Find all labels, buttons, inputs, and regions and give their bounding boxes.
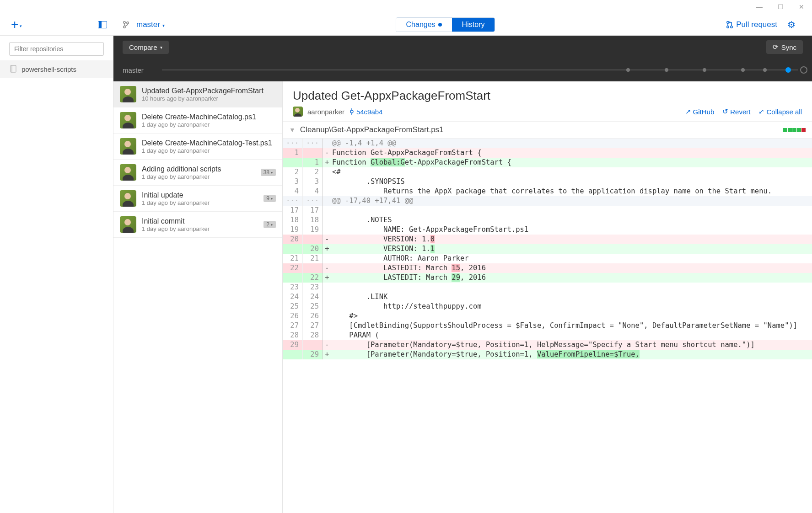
chevron-down-icon: ▼ (289, 126, 296, 134)
avatar (120, 86, 136, 102)
commit-title: Delete Create-MachineCatalog.ps1 (142, 113, 276, 121)
collapse-all-button[interactable]: ⤢Collapse all (758, 107, 802, 116)
commit-sha-link[interactable]: 54c9ab4 (349, 108, 383, 116)
commit-item[interactable]: Updated Get-AppxPackageFromStart10 hours… (113, 81, 282, 107)
diff-view[interactable]: ······@@ -1,4 +1,4 @@1-Function Get-Appx… (283, 139, 812, 513)
svg-point-8 (350, 110, 353, 113)
file-header[interactable]: ▼ Cleanup\Get-AppxPackageFromStart.ps1 (283, 121, 812, 139)
avatar (120, 164, 136, 181)
tab-changes[interactable]: Changes (396, 18, 452, 32)
avatar (293, 107, 303, 117)
diff-line: 1-Function Get-AppxPackageFromStart { (283, 148, 812, 158)
gear-icon[interactable]: ⚙ (787, 19, 796, 30)
diff-line: 33 .SYNOPSIS (283, 177, 812, 187)
tab-history[interactable]: History (452, 18, 495, 32)
svg-point-3 (727, 21, 729, 23)
commit-detail-title: Updated Get-AppxPackageFromStart (293, 89, 802, 103)
diff-line: 1818 .NOTES (283, 215, 812, 225)
commit-detail: Updated Get-AppxPackageFromStart aaronpa… (283, 81, 812, 513)
compare-bar: Compare▾ ⟳Sync (113, 36, 812, 59)
timeline-head-ring[interactable] (800, 66, 807, 74)
avatar (120, 138, 136, 155)
diff-line: 44 Returns the AppX package that correla… (283, 187, 812, 196)
window-maximize-button[interactable]: ☐ (770, 0, 791, 14)
window-close-button[interactable]: ✕ (791, 0, 812, 14)
diff-line: 2121 AUTHOR: Aaron Parker (283, 254, 812, 263)
timeline-commit-dot[interactable] (703, 68, 706, 72)
diff-line: 29+ [Parameter(Mandatory=$true, Position… (283, 350, 812, 359)
timeline-commit-dot-active[interactable] (785, 67, 791, 73)
pull-request-button[interactable]: Pull request (726, 20, 777, 29)
caret-down-icon: ▾ (20, 24, 22, 28)
filter-repos-input[interactable] (9, 42, 104, 56)
file-path: Cleanup\Get-AppxPackageFromStart.ps1 (300, 125, 444, 134)
layout-toggle-button[interactable] (98, 21, 107, 28)
diff-line: 2424 .LINK (283, 292, 812, 302)
timeline: master (113, 59, 812, 81)
file-count-badge: 38▸ (261, 169, 276, 176)
collapse-icon: ⤢ (758, 107, 764, 116)
svg-point-5 (731, 26, 732, 27)
repo-list: powershell-scripts (0, 60, 113, 513)
open-github-link[interactable]: ↗GitHub (685, 107, 715, 116)
revert-icon: ↺ (722, 107, 728, 116)
caret-down-icon: ▾ (161, 23, 165, 28)
diff-line: 1+Function Global:Get-AppxPackageFromSta… (283, 158, 812, 167)
revert-button[interactable]: ↺Revert (722, 107, 750, 116)
add-repo-button[interactable]: +▾ (11, 17, 22, 32)
commit-meta: 1 day ago by aaronparker (142, 147, 276, 154)
avatar (120, 216, 136, 233)
diff-line: 29- [Parameter(Mandatory=$true, Position… (283, 340, 812, 350)
pull-request-icon (726, 21, 733, 29)
commit-meta: 1 day ago by aaronparker (142, 173, 255, 180)
caret-down-icon: ▾ (160, 45, 162, 50)
commit-item[interactable]: Adding additional scripts1 day ago by aa… (113, 160, 282, 186)
compare-button[interactable]: Compare▾ (123, 41, 169, 54)
diff-line: 20- VERSION: 1.0 (283, 235, 812, 244)
commit-title: Updated Get-AppxPackageFromStart (142, 87, 276, 95)
commit-item[interactable]: Delete Create-MachineCatalog-Test.ps11 d… (113, 134, 282, 160)
avatar (120, 112, 136, 128)
diff-line: ······@@ -1,4 +1,4 @@ (283, 139, 812, 148)
timeline-branch-label: master (123, 66, 144, 74)
sync-button[interactable]: ⟳Sync (766, 40, 803, 54)
commit-title: Initial commit (142, 217, 258, 225)
timeline-commit-dot[interactable] (626, 68, 630, 72)
commit-item[interactable]: Delete Create-MachineCatalog.ps11 day ag… (113, 107, 282, 134)
sync-icon: ⟳ (773, 43, 779, 51)
diff-line: 2727 [CmdletBinding(SupportsShouldProces… (283, 321, 812, 331)
file-count-badge: 9▸ (263, 195, 276, 202)
svg-point-1 (127, 21, 129, 23)
file-count-badge: 2▸ (263, 221, 276, 228)
repo-icon (10, 65, 17, 73)
commit-list: Updated Get-AppxPackageFromStart10 hours… (113, 81, 283, 513)
diff-line: 20+ VERSION: 1.1 (283, 244, 812, 254)
window-titlebar: — ☐ ✕ (0, 0, 812, 14)
diff-line: 1919 NAME: Get-AppxPackageFromStart.ps1 (283, 225, 812, 235)
diff-line: 1717 (283, 206, 812, 215)
branch-dropdown[interactable]: master ▾ (136, 20, 165, 29)
commit-title: Delete Create-MachineCatalog-Test.ps1 (142, 139, 276, 147)
repo-name: powershell-scripts (22, 65, 76, 73)
changes-indicator-dot (438, 23, 442, 27)
external-link-icon: ↗ (685, 107, 691, 116)
commit-meta: 10 hours ago by aaronparker (142, 95, 276, 102)
diff-line: 22- LASTEDIT: March 15, 2016 (283, 263, 812, 273)
branch-icon (123, 21, 129, 29)
timeline-commit-dot[interactable] (763, 68, 767, 72)
commit-item[interactable]: Initial commit1 day ago by aaronparker2▸ (113, 212, 282, 238)
commit-item[interactable]: Initial update1 day ago by aaronparker9▸ (113, 186, 282, 212)
timeline-track[interactable] (162, 69, 798, 70)
diff-line: 2828 PARAM ( (283, 331, 812, 340)
diff-line: 22<# (283, 167, 812, 177)
diff-line: ······@@ -17,40 +17,41 @@ (283, 196, 812, 206)
timeline-commit-dot[interactable] (741, 68, 745, 72)
plus-icon: + (11, 17, 18, 32)
window-minimize-button[interactable]: — (749, 0, 770, 14)
diff-line: 22+ LASTEDIT: March 29, 2016 (283, 273, 812, 283)
repo-item[interactable]: powershell-scripts (0, 60, 113, 78)
diff-stat-squares (783, 128, 806, 132)
timeline-commit-dot[interactable] (665, 68, 668, 72)
commit-meta: 1 day ago by aaronparker (142, 225, 258, 232)
commit-icon (349, 108, 355, 115)
